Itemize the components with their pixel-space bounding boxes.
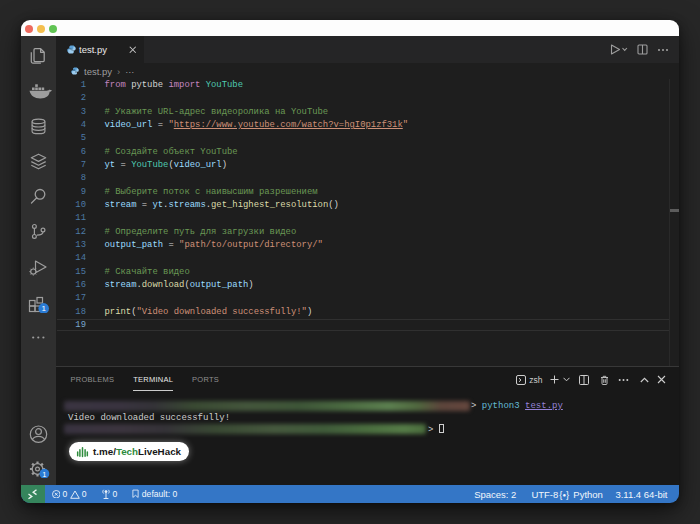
svg-text:1: 1 xyxy=(42,469,46,478)
svg-text:1: 1 xyxy=(41,304,46,313)
